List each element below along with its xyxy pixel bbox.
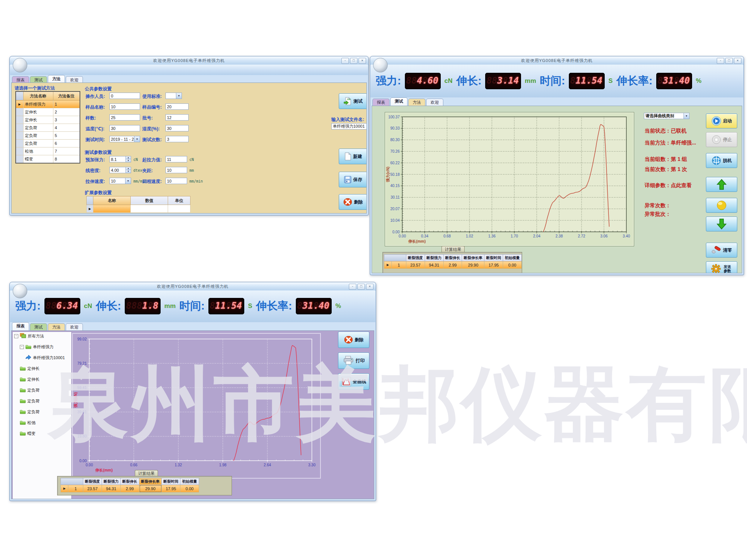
collapse-icon[interactable]: − xyxy=(20,345,24,349)
result-col-header: 初始模量 xyxy=(503,255,522,261)
minimize-button[interactable]: - xyxy=(717,58,724,64)
minimize-button[interactable]: - xyxy=(349,284,356,290)
ext-col-header: 单位 xyxy=(168,196,190,205)
save-button[interactable]: 保存 xyxy=(339,172,367,187)
delete-icon xyxy=(344,336,353,344)
delete-button[interactable]: 删除 xyxy=(338,332,369,348)
field-input[interactable]: 12 xyxy=(165,114,189,121)
tab-report[interactable]: 报表 xyxy=(12,322,29,330)
field-input[interactable]: 30 xyxy=(165,125,189,131)
method-row[interactable]: 定负荷4 xyxy=(16,124,80,132)
tree-item-定负荷[interactable]: 定负荷 xyxy=(13,397,71,405)
tree-item-松弛[interactable]: 松弛 xyxy=(13,419,71,427)
results-panel: 断裂强度断裂强力断裂伸长断裂伸长率断裂时间初始模量▶123.5794.312.9… xyxy=(57,476,232,495)
maximize-button[interactable]: □ xyxy=(357,284,365,290)
maximize-button[interactable]: □ xyxy=(350,58,357,64)
tree-item-定负荷[interactable]: 定负荷 xyxy=(13,408,71,416)
close-button[interactable]: × xyxy=(359,58,366,64)
time-unit: S xyxy=(248,302,252,310)
chevron-down-icon: ▼ xyxy=(125,178,131,184)
tab-test[interactable]: 测试 xyxy=(30,323,47,330)
field-input[interactable]: 30 xyxy=(109,125,140,131)
offline-button[interactable]: 脱机 xyxy=(706,153,737,168)
field-input[interactable]: 10 xyxy=(165,167,187,173)
method-row[interactable]: 蠕变8 xyxy=(16,155,80,164)
new-button[interactable]: 新建 xyxy=(339,149,367,164)
move-up-button[interactable] xyxy=(706,177,737,192)
tab-bar: 报表测试方法欢迎 xyxy=(372,97,443,106)
field-input[interactable]: 2019 - 11 - 2▼ xyxy=(109,136,140,142)
ext-row[interactable]: ▶ xyxy=(87,205,190,213)
tab-test[interactable]: 测试 xyxy=(390,97,407,106)
tree-item-单纤维强力[interactable]: −单纤维强力 xyxy=(13,343,71,351)
result-col-header: 断裂强度 xyxy=(83,478,102,485)
folder-icon xyxy=(20,366,26,371)
tab-method[interactable]: 方法 xyxy=(48,75,65,83)
tab-welcome[interactable]: 欢迎 xyxy=(426,99,443,106)
method-row[interactable]: ▶单纤维强力1 xyxy=(16,100,80,108)
field-input[interactable]: ▼ xyxy=(165,93,182,99)
result-col-header: 断裂伸长率 xyxy=(139,478,162,485)
tab-welcome[interactable]: 欢迎 xyxy=(66,323,83,330)
start-button[interactable]: 启动 xyxy=(706,113,737,128)
close-button[interactable]: × xyxy=(734,58,741,64)
field-input[interactable]: 25 xyxy=(109,114,140,121)
method-row[interactable]: 松弛7 xyxy=(16,147,80,155)
field-label: 样数: xyxy=(86,115,96,121)
tab-report[interactable]: 报表 xyxy=(372,99,390,106)
maximize-button[interactable]: □ xyxy=(725,58,733,64)
chevron-down-icon: ▼ xyxy=(176,93,182,99)
curve-category-select[interactable]: 请选择曲线类别 ▼ xyxy=(644,113,689,119)
run-test-button[interactable]: GO 测试 xyxy=(339,93,367,109)
full-curve-button[interactable]: 全曲线 xyxy=(338,373,369,390)
field-input[interactable]: 4.00▲▼ xyxy=(109,167,131,173)
move-down-button[interactable] xyxy=(706,217,737,231)
curve-category-value: 请选择曲线类别 xyxy=(645,113,684,119)
go-file-icon: GO xyxy=(344,97,352,105)
field-input[interactable]: 0 xyxy=(109,93,140,99)
close-button[interactable]: × xyxy=(366,284,374,290)
file-name-input[interactable]: 单纤维强力10001 xyxy=(331,123,367,130)
svg-text:1.32: 1.32 xyxy=(175,463,182,467)
svg-text:39.61: 39.61 xyxy=(77,410,87,414)
printer-icon xyxy=(343,356,354,365)
method-row[interactable]: 定伸长3 xyxy=(16,116,80,124)
button-label: 发送参数 xyxy=(723,265,732,273)
clear-zero-button[interactable]: 清零 xyxy=(706,243,737,258)
chevron-down-icon[interactable]: ▼ xyxy=(684,113,689,119)
rate-display: 88888831.40 xyxy=(656,73,692,89)
field-input[interactable]: 20 xyxy=(165,103,189,110)
tree-item-所有方法[interactable]: −所有方法 xyxy=(13,332,71,340)
field-input[interactable]: 10 xyxy=(109,103,140,110)
field-label: 线密度: xyxy=(86,168,100,174)
tree-item-定负荷[interactable]: 定负荷 xyxy=(13,386,71,394)
tree-item-定伸长[interactable]: 定伸长 xyxy=(13,375,71,383)
tree-item-单纤维强力10001[interactable]: 单纤维强力10001 xyxy=(13,354,71,362)
delete-button[interactable]: 删除 xyxy=(339,194,367,210)
save-label: 保存 xyxy=(353,177,362,183)
status-line[interactable]: 详细参数：点此查看 xyxy=(645,182,692,189)
minimize-button[interactable]: - xyxy=(341,58,349,64)
method-row[interactable]: 定负荷5 xyxy=(16,132,80,140)
tree-item-label: 定负荷 xyxy=(27,398,40,404)
tree-item-蠕变[interactable]: 蠕变 xyxy=(13,429,71,438)
tab-method[interactable]: 方法 xyxy=(48,323,65,330)
field-input[interactable]: 3 xyxy=(165,136,189,142)
field-input[interactable]: 10 xyxy=(165,178,187,184)
folder-icon xyxy=(20,409,26,415)
stop-button[interactable]: 停止 xyxy=(706,132,737,147)
print-button[interactable]: 打印 xyxy=(338,352,369,369)
send-params-button[interactable]: 发送参数 xyxy=(706,261,737,273)
svg-text:10.04: 10.04 xyxy=(390,218,400,223)
result-row[interactable]: ▶123.5794.312.9929.9017.950.00 xyxy=(384,261,522,269)
method-row[interactable]: 定伸长2 xyxy=(16,108,80,116)
method-row[interactable]: 定负荷6 xyxy=(16,140,80,147)
result-row[interactable]: ▶123.5794.312.9929.9017.950.00 xyxy=(61,485,199,492)
field-input[interactable]: 8.1▲▼ xyxy=(109,156,131,162)
indicator-ball-button[interactable] xyxy=(706,198,737,213)
field-input[interactable]: 10▼ xyxy=(109,178,131,184)
collapse-icon[interactable]: − xyxy=(14,334,18,338)
field-input[interactable]: 11 xyxy=(165,156,187,162)
tab-method[interactable]: 方法 xyxy=(408,99,425,106)
tree-item-定伸长[interactable]: 定伸长 xyxy=(13,364,71,373)
